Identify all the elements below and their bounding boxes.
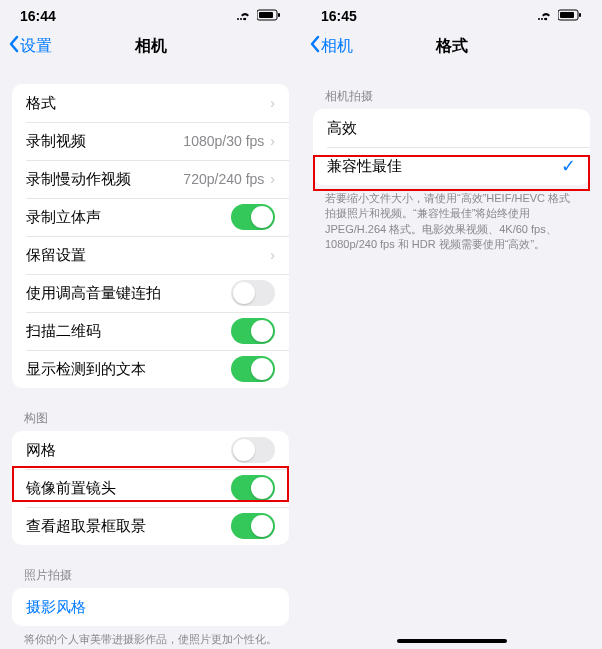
phone-left: 16:44 设置 相机 格式 › 录制视频 1080p/3	[0, 0, 301, 649]
svg-point-0	[237, 18, 239, 20]
row-record-video[interactable]: 录制视频 1080p/30 fps ›	[12, 122, 289, 160]
group-main: 格式 › 录制视频 1080p/30 fps › 录制慢动作视频 720p/24…	[12, 84, 289, 388]
row-preserve[interactable]: 保留设置 ›	[12, 236, 289, 274]
row-detail: 1080p/30 fps	[183, 133, 264, 149]
chevron-right-icon: ›	[270, 95, 275, 111]
chevron-right-icon: ›	[270, 171, 275, 187]
row-label: 摄影风格	[26, 598, 275, 617]
settings-scroll[interactable]: 格式 › 录制视频 1080p/30 fps › 录制慢动作视频 720p/24…	[0, 66, 301, 649]
row-label: 兼容性最佳	[327, 157, 561, 176]
svg-point-3	[244, 18, 246, 20]
back-label: 设置	[20, 36, 52, 57]
row-label: 录制视频	[26, 132, 183, 151]
chevron-right-icon: ›	[270, 133, 275, 149]
group-footer-photo: 将你的个人审美带进摄影作品，使照片更加个性化。“摄影风格”使用先进的场景理解技术…	[24, 632, 277, 649]
battery-icon	[558, 8, 582, 24]
row-record-slomo[interactable]: 录制慢动作视频 720p/240 fps ›	[12, 160, 289, 198]
nav-bar: 相机 格式	[301, 26, 602, 66]
row-most-compatible[interactable]: 兼容性最佳 ✓	[313, 147, 590, 185]
row-label: 格式	[26, 94, 270, 113]
group-composition: 网格 镜像前置镜头 查看超取景框取景	[12, 431, 289, 545]
chevron-left-icon	[309, 35, 321, 57]
row-label: 高效	[327, 119, 576, 138]
row-volume-burst: 使用调高音量键连拍	[12, 274, 289, 312]
group-photo: 摄影风格	[12, 588, 289, 626]
phone-right: 16:45 相机 格式 相机拍摄 高效 兼容性最佳 ✓	[301, 0, 602, 649]
group-footer-capture: 若要缩小文件大小，请使用“高效”HEIF/HEVC 格式拍摄照片和视频。“兼容性…	[325, 191, 578, 253]
svg-rect-5	[259, 12, 273, 18]
group-header-capture: 相机拍摄	[325, 88, 578, 105]
svg-rect-12	[560, 12, 574, 18]
wifi-icon	[538, 8, 554, 24]
status-indicators	[237, 8, 281, 24]
row-view-outside-frame: 查看超取景框取景	[12, 507, 289, 545]
status-bar: 16:45	[301, 6, 602, 26]
row-label: 查看超取景框取景	[26, 517, 231, 536]
toggle-grid[interactable]	[231, 437, 275, 463]
row-detect-text: 显示检测到的文本	[12, 350, 289, 388]
settings-scroll[interactable]: 相机拍摄 高效 兼容性最佳 ✓ 若要缩小文件大小，请使用“高效”HEIF/HEV…	[301, 66, 602, 649]
check-icon: ✓	[561, 155, 576, 177]
row-format[interactable]: 格式 ›	[12, 84, 289, 122]
row-label: 使用调高音量键连拍	[26, 284, 231, 303]
toggle-stereo[interactable]	[231, 204, 275, 230]
nav-bar: 设置 相机	[0, 26, 301, 66]
row-qr: 扫描二维码	[12, 312, 289, 350]
row-label: 录制立体声	[26, 208, 231, 227]
svg-point-8	[541, 18, 543, 20]
status-indicators	[538, 8, 582, 24]
svg-point-1	[240, 18, 242, 20]
toggle-qr[interactable]	[231, 318, 275, 344]
row-mirror-front: 镜像前置镜头	[12, 469, 289, 507]
toggle-detect-text[interactable]	[231, 356, 275, 382]
status-time: 16:45	[321, 8, 357, 24]
row-detail: 720p/240 fps	[183, 171, 264, 187]
home-indicator[interactable]	[397, 639, 507, 643]
row-grid: 网格	[12, 431, 289, 469]
wifi-icon	[237, 8, 253, 24]
status-time: 16:44	[20, 8, 56, 24]
status-bar: 16:44	[0, 6, 301, 26]
row-label: 网格	[26, 441, 231, 460]
chevron-right-icon: ›	[270, 247, 275, 263]
toggle-view-outside-frame[interactable]	[231, 513, 275, 539]
svg-point-10	[545, 18, 547, 20]
chevron-left-icon	[8, 35, 20, 57]
group-header-photo: 照片拍摄	[24, 567, 277, 584]
svg-point-7	[538, 18, 540, 20]
svg-rect-13	[579, 13, 581, 17]
row-label: 镜像前置镜头	[26, 479, 231, 498]
row-label: 显示检测到的文本	[26, 360, 231, 379]
back-button[interactable]: 设置	[8, 35, 52, 57]
back-button[interactable]: 相机	[309, 35, 353, 57]
row-label: 录制慢动作视频	[26, 170, 183, 189]
row-high-efficiency[interactable]: 高效	[313, 109, 590, 147]
row-label: 扫描二维码	[26, 322, 231, 341]
row-photographic-styles[interactable]: 摄影风格	[12, 588, 289, 626]
battery-icon	[257, 8, 281, 24]
svg-rect-6	[278, 13, 280, 17]
toggle-volume-burst[interactable]	[231, 280, 275, 306]
row-label: 保留设置	[26, 246, 270, 265]
group-capture: 高效 兼容性最佳 ✓	[313, 109, 590, 185]
back-label: 相机	[321, 36, 353, 57]
group-header-composition: 构图	[24, 410, 277, 427]
row-stereo: 录制立体声	[12, 198, 289, 236]
toggle-mirror-front[interactable]	[231, 475, 275, 501]
